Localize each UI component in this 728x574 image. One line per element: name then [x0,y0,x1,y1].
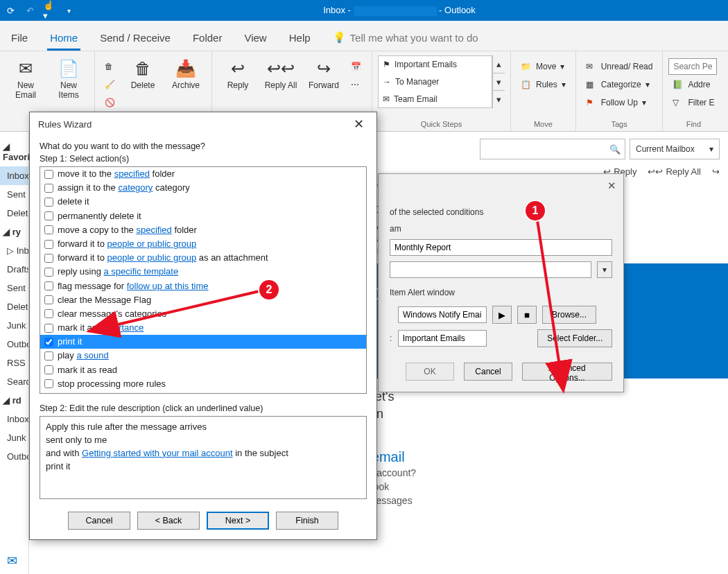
annotation-badge-2: 2 [259,280,279,299]
annotation-badge-1: 1 [526,201,545,220]
svg-line-0 [537,220,563,388]
annotation-arrows [0,0,728,574]
svg-line-1 [92,291,259,331]
